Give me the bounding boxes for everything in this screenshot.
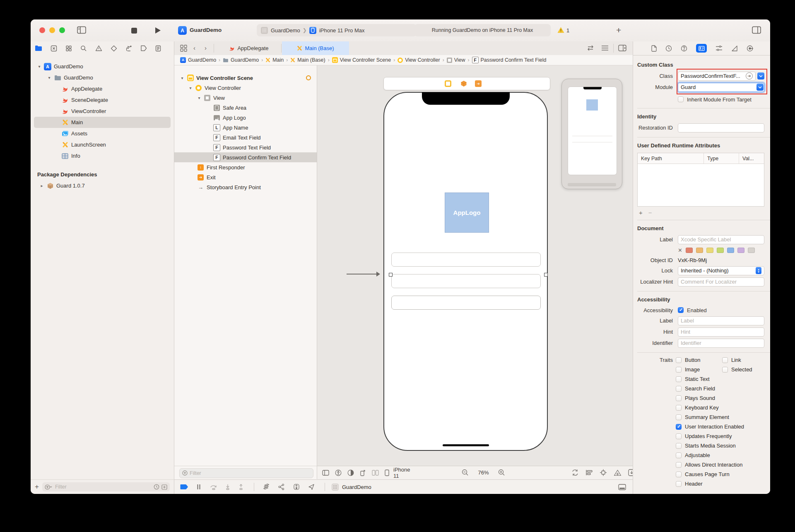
breakpoints-toggle-icon[interactable] [180,484,188,490]
color-swatch-orange[interactable] [696,248,703,253]
trait-checkbox-keyboard-key[interactable] [676,405,682,411]
outline-row-safe-area[interactable]: Safe Area [174,103,317,113]
view-controller-dock-icon[interactable] [445,80,451,87]
crumb-view[interactable]: View [447,57,465,63]
activity-status[interactable]: Running GuardDemo on iPhone 11 Pro Max [414,24,551,36]
localizer-hint-field[interactable]: Comment For Localizer [678,277,764,286]
file-row-assets[interactable]: Assets [34,128,171,139]
password-text-field[interactable] [391,274,541,288]
outline-row-exit[interactable]: ➔ Exit [174,172,317,182]
trait-checkbox-causes-page-turn[interactable] [676,472,682,477]
outline-row-app-logo[interactable]: App Logo [174,113,317,123]
file-row-group[interactable]: ▾ GuardDemo [34,72,171,83]
storyboard-entry-arrow[interactable] [347,272,380,277]
file-row-project[interactable]: ▾ A GuardDemo [34,61,171,72]
scene-target-icon[interactable] [306,75,311,80]
tab-appdelegate[interactable]: AppDelegate [220,41,278,55]
trait-checkbox-image[interactable] [676,367,682,373]
color-swatch-yellow[interactable] [706,248,713,253]
crumb-view-controller[interactable]: View Controller [398,57,440,63]
crumb-scene[interactable]: View Controller Scene [332,57,391,63]
update-frames-icon[interactable] [571,469,579,476]
library-add-button[interactable]: + [616,25,621,35]
history-inspector-icon[interactable] [665,45,672,52]
appearance-icon[interactable] [347,469,354,476]
split-preview-icon[interactable] [372,470,379,476]
hide-outline-icon[interactable] [322,470,329,476]
trait-checkbox-user-interaction-enabled[interactable] [676,424,682,430]
zoom-level[interactable]: 76% [478,469,489,476]
crumb-password-confirm-field[interactable]: FPassword Confirm Text Field [472,57,547,63]
storyboard-canvas[interactable]: ➔ AppLogo [317,65,633,466]
simulate-location-icon[interactable] [308,484,315,490]
sidebar-toggle-icon[interactable] [77,26,86,34]
debug-navigator-icon[interactable] [125,45,132,52]
file-inspector-icon[interactable] [651,45,657,52]
trait-checkbox-button[interactable] [676,357,682,363]
trait-checkbox-selected[interactable] [722,367,728,373]
project-navigator-icon[interactable] [35,45,42,51]
inherit-module-checkbox[interactable] [678,96,684,102]
align-icon[interactable] [585,469,593,476]
trait-checkbox-search-field[interactable] [676,386,682,392]
email-text-field[interactable] [391,253,541,267]
trait-checkbox-updates-frequently[interactable] [676,433,682,439]
outline-row-password-confirm-field-selected[interactable]: F Password Confirm Text Field [174,152,317,162]
pause-execution-icon[interactable] [197,484,201,490]
crumb-project[interactable]: AGuardDemo [180,57,216,63]
crumb-group[interactable]: GuardDemo [223,57,259,63]
class-dropdown-button[interactable] [757,72,764,79]
color-swatch-gray[interactable] [748,248,755,253]
zoom-button[interactable] [59,27,65,33]
outline-filter-field[interactable]: Filter [179,468,313,478]
accessibility-preview-icon[interactable] [335,469,342,476]
trait-checkbox-adjustable[interactable] [676,453,682,458]
memory-graph-icon[interactable] [278,484,285,490]
identity-inspector-icon-selected[interactable] [696,44,707,53]
resolve-issues-icon[interactable] [614,469,622,476]
disclosure-chevron-icon[interactable]: ▾ [37,64,41,69]
report-navigator-icon[interactable] [155,45,161,52]
close-button[interactable] [39,27,45,33]
outline-row-email-field[interactable]: F Email Text Field [174,132,317,142]
view-hierarchy-icon[interactable] [263,484,270,490]
document-label-field[interactable]: Xcode Specific Label [678,235,764,244]
module-dropdown-button[interactable] [756,84,764,91]
step-into-icon[interactable] [225,484,231,490]
add-attribute-button[interactable]: + [639,209,643,216]
recent-files-icon[interactable] [154,484,159,490]
breakpoint-navigator-icon[interactable] [140,45,147,51]
run-button[interactable] [155,27,161,34]
package-row-guard[interactable]: ▸ Guard 1.0.7 [34,180,171,191]
zoom-out-icon[interactable] [462,469,469,476]
color-swatch-purple[interactable] [737,248,744,253]
outline-row-first-responder[interactable]: ↑ First Responder [174,162,317,172]
related-items-icon[interactable] [180,45,187,52]
trait-checkbox-summary-element[interactable] [676,414,682,420]
class-field[interactable]: PasswordConfirmTextF... ➔ [678,72,756,81]
password-confirm-text-field-selected[interactable] [391,296,541,310]
resize-handle-right[interactable] [544,273,548,277]
trait-checkbox-starts-media-session[interactable] [676,443,682,449]
help-inspector-icon[interactable] [681,45,687,52]
color-swatch-green[interactable] [717,248,724,253]
right-sidebar-toggle-icon[interactable] [752,26,761,34]
runtime-attributes-table[interactable]: Key Path Type Val... [637,153,764,207]
stop-button[interactable] [131,28,137,34]
disclosure-chevron-icon[interactable]: ▾ [47,75,51,80]
acc-label-field[interactable]: Label [678,316,764,325]
source-control-navigator-icon[interactable] [51,45,57,52]
outline-row-app-name[interactable]: L App Name [174,123,317,132]
file-row-info[interactable]: Info [34,150,171,161]
accessibility-enabled-checkbox[interactable] [678,307,684,313]
outline-row-scene[interactable]: ▾ View Controller Scene [174,73,317,83]
scheme-selector[interactable]: GuardDemo ❯ iPhone 11 Pro Max [257,24,417,36]
exit-dock-icon[interactable]: ➔ [475,80,482,87]
file-row-main-selected[interactable]: Main [34,117,171,128]
file-row-launchscreen[interactable]: LaunchScreen [34,139,171,150]
add-file-button[interactable]: + [35,483,39,491]
scm-status-filter-icon[interactable] [161,484,167,490]
restoration-id-field[interactable] [678,123,764,132]
environment-overrides-icon[interactable] [293,484,300,490]
connections-inspector-icon[interactable] [747,45,753,52]
